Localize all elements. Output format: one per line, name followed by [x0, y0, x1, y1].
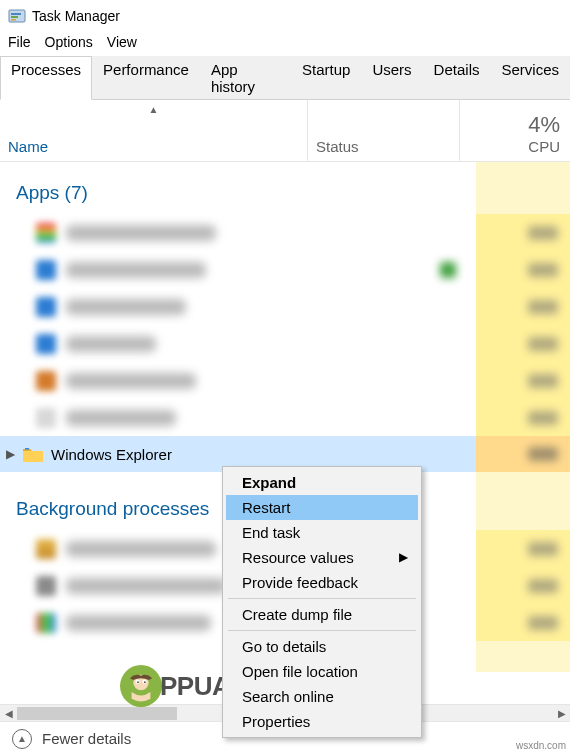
table-row[interactable]	[0, 288, 570, 325]
tab-users[interactable]: Users	[361, 56, 422, 99]
menu-bar: File Options View	[0, 30, 570, 56]
process-name-label: Windows Explorer	[51, 446, 172, 463]
ctx-restart[interactable]: Restart	[226, 495, 418, 520]
explorer-folder-icon	[23, 446, 43, 462]
ctx-create-dump[interactable]: Create dump file	[226, 602, 418, 627]
menu-view[interactable]: View	[103, 32, 147, 52]
tab-bar: Processes Performance App history Startu…	[0, 56, 570, 100]
ctx-separator	[228, 630, 416, 631]
column-cpu-label: CPU	[528, 138, 560, 155]
context-menu: Expand Restart End task Resource values …	[222, 466, 422, 738]
scroll-right-button[interactable]: ▶	[553, 705, 570, 722]
fewer-details-toggle[interactable]: ▲	[12, 729, 32, 749]
ctx-go-to-details[interactable]: Go to details	[226, 634, 418, 659]
column-headers: ▲ Name Status 4% CPU	[0, 100, 570, 162]
svg-rect-3	[11, 19, 16, 21]
cpu-percent-value: 4%	[528, 112, 560, 138]
ctx-search-online[interactable]: Search online	[226, 684, 418, 709]
tab-app-history[interactable]: App history	[200, 56, 291, 99]
ctx-open-file-location[interactable]: Open file location	[226, 659, 418, 684]
tab-performance[interactable]: Performance	[92, 56, 200, 99]
tab-processes[interactable]: Processes	[0, 56, 92, 100]
table-row[interactable]	[0, 251, 570, 288]
svg-rect-4	[25, 448, 29, 450]
window-title: Task Manager	[32, 8, 120, 24]
scroll-thumb[interactable]	[17, 707, 177, 720]
title-bar: Task Manager	[0, 0, 570, 30]
chevron-right-icon[interactable]: ▶	[6, 447, 15, 461]
fewer-details-label: Fewer details	[42, 730, 131, 747]
table-row[interactable]	[0, 214, 570, 251]
watermark-logo-icon	[120, 665, 162, 707]
tab-details[interactable]: Details	[423, 56, 491, 99]
ctx-end-task[interactable]: End task	[226, 520, 418, 545]
svg-rect-2	[11, 16, 18, 18]
ctx-provide-feedback[interactable]: Provide feedback	[226, 570, 418, 595]
column-name[interactable]: ▲ Name	[0, 100, 308, 161]
watermark-domain: wsxdn.com	[516, 740, 566, 751]
column-status[interactable]: Status	[308, 100, 460, 161]
ctx-resource-values-label: Resource values	[242, 549, 354, 566]
column-status-label: Status	[316, 138, 359, 155]
chevron-right-icon: ▶	[399, 550, 408, 564]
menu-options[interactable]: Options	[41, 32, 103, 52]
task-manager-icon	[8, 7, 26, 25]
table-row[interactable]	[0, 362, 570, 399]
svg-point-10	[144, 681, 146, 683]
ctx-expand[interactable]: Expand	[226, 470, 418, 495]
menu-file[interactable]: File	[4, 32, 41, 52]
ctx-resource-values[interactable]: Resource values ▶	[226, 545, 418, 570]
sort-indicator-icon: ▲	[149, 104, 159, 115]
ctx-separator	[228, 598, 416, 599]
svg-rect-1	[11, 13, 21, 15]
column-cpu[interactable]: 4% CPU	[460, 100, 570, 161]
ctx-properties[interactable]: Properties	[226, 709, 418, 734]
svg-point-9	[137, 681, 139, 683]
table-row[interactable]	[0, 399, 570, 436]
tab-services[interactable]: Services	[490, 56, 570, 99]
column-name-label: Name	[8, 138, 48, 155]
scroll-left-button[interactable]: ◀	[0, 705, 17, 722]
tab-startup[interactable]: Startup	[291, 56, 361, 99]
table-row[interactable]	[0, 325, 570, 362]
